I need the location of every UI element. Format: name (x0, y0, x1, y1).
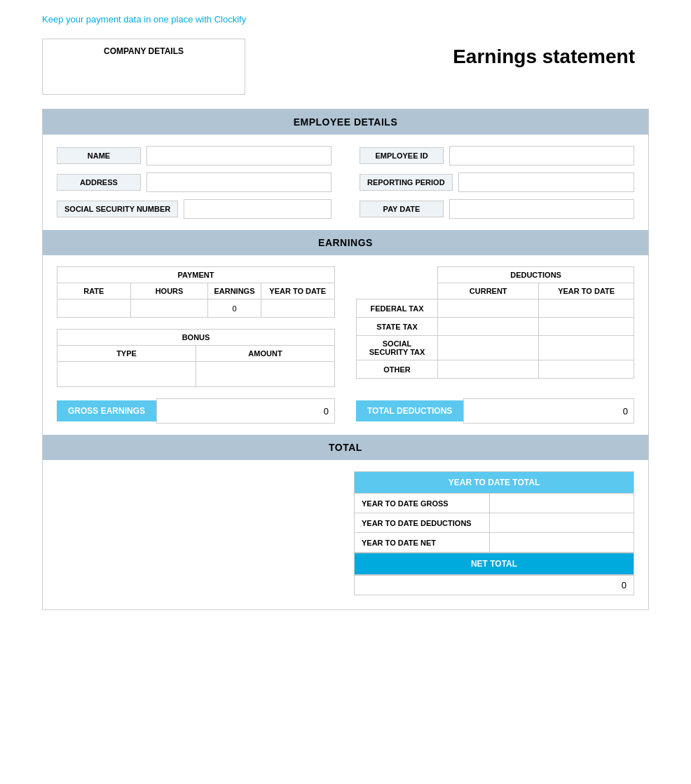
net-total-label: NET TOTAL (354, 553, 634, 575)
ytd-deductions-value[interactable] (489, 513, 634, 533)
ssn-label: SOCIAL SECURITY NUMBER (57, 201, 178, 217)
payment-table: PAYMENT RATE HOURS EARNINGS YEAR TO DATE (57, 266, 335, 318)
gross-earnings-value: 0 (156, 398, 335, 424)
payment-ytd-header: YEAR TO DATE (261, 283, 335, 299)
reporting-period-input[interactable] (458, 173, 634, 192)
payment-hours-cell[interactable] (130, 299, 208, 318)
ytd-net-value[interactable] (489, 533, 634, 553)
other-label: OTHER (357, 360, 438, 379)
deductions-table: DEDUCTIONS CURRENT YEAR TO DATE FEDERAL … (356, 266, 634, 379)
table-row: YEAR TO DATE DEDUCTIONS (355, 513, 634, 533)
state-tax-ytd[interactable] (539, 318, 634, 336)
ytd-net-label: YEAR TO DATE NET (355, 533, 490, 553)
table-row: 0 (57, 299, 335, 318)
bonus-section: BONUS TYPE AMOUNT (57, 329, 335, 387)
payment-earnings-header: EARNINGS (208, 283, 261, 299)
pay-date-label: PAY DATE (360, 201, 444, 217)
total-header: TOTAL (43, 435, 648, 460)
total-deductions-label: TOTAL DEDUCTIONS (356, 400, 463, 421)
deductions-ytd-header: YEAR TO DATE (539, 283, 634, 299)
clockify-link[interactable]: Keep your payment data in one place with… (42, 14, 246, 25)
ytd-container: YEAR TO DATE TOTAL YEAR TO DATE GROSS YE… (354, 471, 634, 595)
bonus-type-header: TYPE (57, 346, 196, 362)
deductions-current-header: CURRENT (438, 283, 539, 299)
total-deductions-value: 0 (463, 398, 634, 424)
payment-earnings-cell: 0 (208, 299, 261, 318)
table-row: YEAR TO DATE NET (355, 533, 634, 553)
name-input[interactable] (146, 146, 331, 165)
employee-details-header: EMPLOYEE DETAILS (43, 109, 648, 135)
bonus-title: BONUS (57, 330, 335, 346)
other-ytd[interactable] (539, 360, 634, 379)
page-title: Earnings statement (453, 39, 649, 68)
ssn-input[interactable] (184, 199, 331, 219)
payment-rate-header: RATE (57, 283, 131, 299)
company-details-box: COMPANY DETAILS (42, 39, 245, 95)
table-row (57, 362, 335, 387)
social-security-current[interactable] (438, 336, 539, 360)
ytd-table: YEAR TO DATE TOTAL YEAR TO DATE GROSS YE… (354, 471, 634, 553)
bonus-type-cell[interactable] (57, 362, 196, 387)
ytd-deductions-label: YEAR TO DATE DEDUCTIONS (355, 513, 490, 533)
address-label: ADDRESS (57, 174, 141, 191)
other-current[interactable] (438, 360, 539, 379)
deductions-spacer (357, 267, 438, 283)
federal-tax-current[interactable] (438, 299, 539, 318)
employee-details-section: NAME ADDRESS SOCIAL SECURITY NUMBER (43, 135, 648, 230)
ytd-gross-value[interactable] (489, 494, 634, 513)
state-tax-label: STATE TAX (357, 318, 438, 336)
ytd-gross-label: YEAR TO DATE GROSS (355, 494, 490, 513)
company-details-label: COMPANY DETAILS (50, 46, 238, 56)
main-card: EMPLOYEE DETAILS NAME ADDRESS SOCIAL SEC… (42, 109, 649, 610)
bonus-table: BONUS TYPE AMOUNT (57, 329, 335, 387)
payment-rate-cell[interactable] (57, 299, 131, 318)
total-section: YEAR TO DATE TOTAL YEAR TO DATE GROSS YE… (43, 460, 648, 609)
social-security-ytd[interactable] (539, 336, 634, 360)
payment-title: PAYMENT (57, 267, 335, 283)
address-input[interactable] (146, 173, 331, 192)
table-row: OTHER (357, 360, 634, 379)
federal-tax-label: FEDERAL TAX (357, 299, 438, 318)
earnings-header: EARNINGS (43, 230, 648, 255)
table-row: SOCIAL SECURITY TAX (357, 336, 634, 360)
federal-tax-ytd[interactable] (539, 299, 634, 318)
bonus-amount-header: AMOUNT (196, 346, 335, 362)
payment-ytd-cell[interactable] (261, 299, 335, 318)
employee-id-input[interactable] (449, 146, 634, 165)
bonus-amount-cell[interactable] (196, 362, 335, 387)
social-security-label: SOCIAL SECURITY TAX (357, 336, 438, 360)
net-total-value: 0 (354, 575, 634, 595)
deductions-title: DEDUCTIONS (438, 267, 634, 283)
gross-earnings-label: GROSS EARNINGS (57, 400, 156, 421)
earnings-section: PAYMENT RATE HOURS EARNINGS YEAR TO DATE (43, 255, 648, 435)
employee-id-label: EMPLOYEE ID (360, 147, 444, 164)
payment-hours-header: HOURS (130, 283, 208, 299)
table-row: YEAR TO DATE GROSS (355, 494, 634, 513)
reporting-period-label: REPORTING PERIOD (360, 174, 453, 191)
table-row: STATE TAX (357, 318, 634, 336)
pay-date-input[interactable] (449, 199, 634, 219)
deductions-label-header (357, 283, 438, 299)
state-tax-current[interactable] (438, 318, 539, 336)
ytd-total-header: YEAR TO DATE TOTAL (355, 472, 634, 494)
table-row: FEDERAL TAX (357, 299, 634, 318)
name-label: NAME (57, 147, 141, 164)
